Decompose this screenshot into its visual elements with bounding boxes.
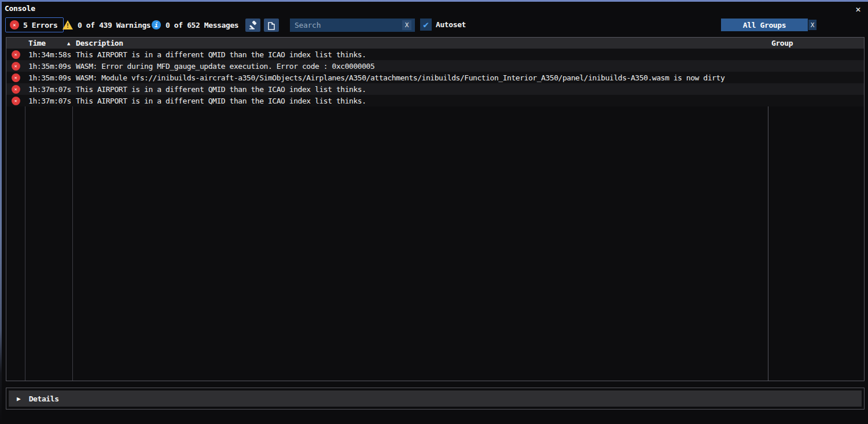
sort-ascending-icon: ▲ bbox=[67, 40, 70, 46]
error-icon: ✕ bbox=[12, 85, 20, 94]
messages-filter-button[interactable]: i 0 of 652 Messages bbox=[152, 17, 238, 32]
eraser-icon bbox=[248, 21, 258, 30]
header-group[interactable]: Group bbox=[768, 39, 864, 47]
expander-arrow-icon: ▶ bbox=[17, 395, 21, 403]
window-title: Console bbox=[5, 4, 35, 13]
table-row[interactable]: ✕ 1h:34m:58s. This AIRPORT is in a diffe… bbox=[6, 49, 864, 60]
table-row[interactable]: ✕ 1h:35m:09s. WASM: Module vfs://inibuil… bbox=[6, 72, 864, 83]
error-icon: ✕ bbox=[12, 50, 20, 59]
search-clear-button[interactable]: X bbox=[402, 20, 411, 30]
console-window: Console ✕ ✕ 5 Errors ! 0 of 439 Warnings… bbox=[0, 0, 868, 424]
row-time: 1h:37m:07s. bbox=[25, 85, 72, 94]
copy-button[interactable] bbox=[264, 19, 279, 32]
row-severity: ✕ bbox=[6, 62, 25, 71]
window-edge-left bbox=[0, 0, 2, 424]
group-filter-dropdown[interactable]: All Groups bbox=[721, 19, 808, 31]
details-expander[interactable]: ▶ Details bbox=[9, 390, 862, 407]
copy-page-icon bbox=[267, 21, 275, 30]
group-filter-clear-button[interactable]: X bbox=[808, 20, 816, 30]
error-icon: ✕ bbox=[12, 97, 20, 105]
row-description: This AIRPORT is in a different QMID than… bbox=[72, 50, 768, 59]
details-panel: ▶ Details bbox=[6, 388, 865, 410]
row-severity: ✕ bbox=[6, 85, 25, 94]
row-severity: ✕ bbox=[6, 50, 25, 59]
table-row[interactable]: ✕ 1h:37m:07s. This AIRPORT is in a diffe… bbox=[6, 95, 864, 106]
warnings-count-label: 0 of 439 Warnings bbox=[78, 21, 150, 30]
row-time: 1h:34m:58s. bbox=[25, 50, 72, 59]
error-icon: ✕ bbox=[12, 73, 20, 82]
errors-count-label: 5 Errors bbox=[23, 21, 57, 30]
error-icon: ✕ bbox=[12, 62, 20, 71]
table-header: Time ▲ Description Group bbox=[6, 38, 864, 49]
table-body: ✕ 1h:34m:58s. This AIRPORT is in a diffe… bbox=[6, 49, 864, 106]
checkmark-icon: ✔ bbox=[423, 20, 429, 30]
row-time: 1h:35m:09s. bbox=[25, 73, 72, 82]
warnings-filter-button[interactable]: ! 0 of 439 Warnings bbox=[62, 17, 150, 32]
autoset-label: Autoset bbox=[436, 20, 466, 29]
error-icon: ✕ bbox=[10, 20, 19, 30]
row-time: 1h:37m:07s. bbox=[25, 97, 72, 105]
errors-filter-button[interactable]: ✕ 5 Errors bbox=[5, 17, 64, 32]
row-time: 1h:35m:09s. bbox=[25, 62, 72, 71]
header-description[interactable]: Description bbox=[72, 39, 768, 47]
row-severity: ✕ bbox=[6, 97, 25, 105]
details-label: Details bbox=[29, 394, 59, 403]
row-description: This AIRPORT is in a different QMID than… bbox=[72, 85, 768, 94]
search-box: X bbox=[290, 19, 415, 32]
autoset-checkbox[interactable]: ✔ bbox=[420, 19, 432, 31]
toolbar: ✕ 5 Errors ! 0 of 439 Warnings i 0 of 65… bbox=[0, 16, 868, 35]
search-input[interactable] bbox=[293, 20, 402, 30]
warning-icon: ! bbox=[62, 20, 73, 30]
messages-count-label: 0 of 652 Messages bbox=[165, 21, 238, 30]
table-row[interactable]: ✕ 1h:37m:07s. This AIRPORT is in a diffe… bbox=[6, 83, 864, 95]
table-row[interactable]: ✕ 1h:35m:09s. WASM: Error during MFD_gau… bbox=[6, 60, 864, 72]
info-icon: i bbox=[152, 20, 161, 30]
row-description: WASM: Error during MFD_gauge_update exec… bbox=[72, 62, 768, 71]
clear-console-button[interactable] bbox=[245, 19, 260, 32]
log-table: Time ▲ Description Group ✕ 1h:34m:58s. T… bbox=[6, 37, 865, 381]
row-description: This AIRPORT is in a different QMID than… bbox=[72, 97, 768, 105]
row-severity: ✕ bbox=[6, 73, 25, 82]
row-description: WASM: Module vfs://inibuilds-aircraft-a3… bbox=[72, 73, 768, 82]
group-filter-label: All Groups bbox=[743, 21, 786, 30]
header-time[interactable]: Time ▲ bbox=[25, 39, 72, 47]
close-icon[interactable]: ✕ bbox=[852, 3, 864, 15]
title-bar: Console ✕ bbox=[0, 2, 868, 16]
